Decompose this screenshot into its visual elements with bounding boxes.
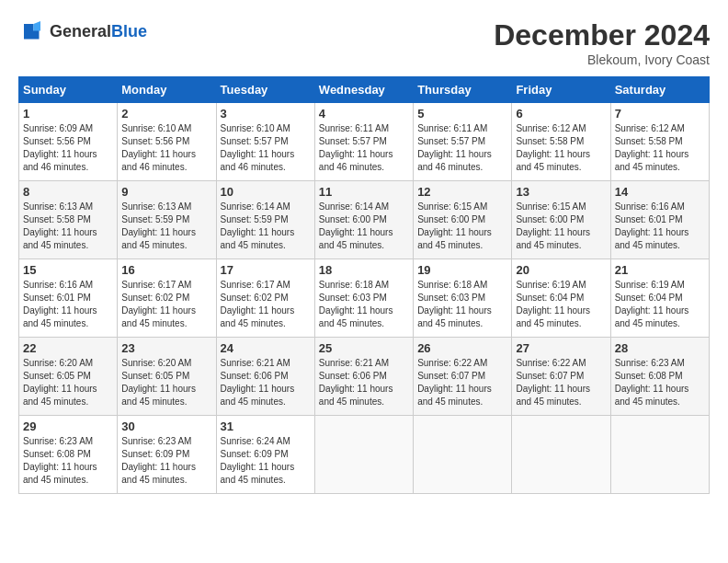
day-info: Sunrise: 6:23 AMSunset: 6:09 PMDaylight:… <box>121 436 196 485</box>
calendar-cell: 4 Sunrise: 6:11 AMSunset: 5:57 PMDayligh… <box>314 103 413 181</box>
day-number: 22 <box>23 341 113 355</box>
header-saturday: Saturday <box>610 77 709 103</box>
calendar-cell: 21 Sunrise: 6:19 AMSunset: 6:04 PMDaylig… <box>610 259 709 338</box>
calendar-week-row: 22 Sunrise: 6:20 AMSunset: 6:05 PMDaylig… <box>19 338 710 416</box>
day-info: Sunrise: 6:18 AMSunset: 6:03 PMDaylight:… <box>319 280 393 328</box>
calendar-week-row: 1 Sunrise: 6:09 AMSunset: 5:56 PMDayligh… <box>19 103 710 181</box>
day-info: Sunrise: 6:17 AMSunset: 6:02 PMDaylight:… <box>221 280 295 328</box>
day-number: 31 <box>221 419 311 433</box>
day-info: Sunrise: 6:15 AMSunset: 6:00 PMDaylight:… <box>516 201 590 250</box>
calendar-cell: 3 Sunrise: 6:10 AMSunset: 5:57 PMDayligh… <box>216 103 314 181</box>
day-number: 3 <box>221 107 311 121</box>
calendar-cell <box>314 416 413 494</box>
day-number: 26 <box>417 341 507 355</box>
calendar-cell: 30 Sunrise: 6:23 AMSunset: 6:09 PMDaylig… <box>118 416 216 494</box>
calendar-cell: 8 Sunrise: 6:13 AMSunset: 5:58 PMDayligh… <box>19 181 118 259</box>
day-info: Sunrise: 6:10 AMSunset: 5:56 PMDaylight:… <box>121 123 196 172</box>
header-friday: Friday <box>512 77 610 103</box>
calendar-week-row: 29 Sunrise: 6:23 AMSunset: 6:08 PMDaylig… <box>19 416 710 494</box>
page-header: GeneralBlue December 2024 Blekoum, Ivory… <box>18 18 710 67</box>
calendar-week-row: 15 Sunrise: 6:16 AMSunset: 6:01 PMDaylig… <box>19 259 710 338</box>
day-info: Sunrise: 6:18 AMSunset: 6:03 PMDaylight:… <box>417 280 492 328</box>
day-number: 29 <box>23 419 113 433</box>
day-number: 23 <box>121 341 211 355</box>
day-info: Sunrise: 6:20 AMSunset: 6:05 PMDaylight:… <box>121 358 196 407</box>
day-info: Sunrise: 6:16 AMSunset: 6:01 PMDaylight:… <box>23 280 97 328</box>
header-monday: Monday <box>118 77 216 103</box>
calendar-cell: 15 Sunrise: 6:16 AMSunset: 6:01 PMDaylig… <box>19 259 118 338</box>
calendar-cell: 5 Sunrise: 6:11 AMSunset: 5:57 PMDayligh… <box>414 103 512 181</box>
day-info: Sunrise: 6:13 AMSunset: 5:59 PMDaylight:… <box>121 201 196 250</box>
day-number: 14 <box>615 185 705 199</box>
day-info: Sunrise: 6:12 AMSunset: 5:58 PMDaylight:… <box>516 123 590 172</box>
header-tuesday: Tuesday <box>216 77 314 103</box>
day-info: Sunrise: 6:19 AMSunset: 6:04 PMDaylight:… <box>516 280 590 328</box>
calendar-cell: 22 Sunrise: 6:20 AMSunset: 6:05 PMDaylig… <box>19 338 118 416</box>
calendar-cell: 2 Sunrise: 6:10 AMSunset: 5:56 PMDayligh… <box>118 103 216 181</box>
day-info: Sunrise: 6:17 AMSunset: 6:02 PMDaylight:… <box>121 280 196 328</box>
calendar-cell <box>512 416 610 494</box>
day-number: 28 <box>615 341 705 355</box>
day-number: 17 <box>221 263 311 277</box>
day-info: Sunrise: 6:14 AMSunset: 6:00 PMDaylight:… <box>319 201 393 250</box>
day-number: 4 <box>319 107 409 121</box>
location-title: Blekoum, Ivory Coast <box>494 52 710 67</box>
calendar-cell: 28 Sunrise: 6:23 AMSunset: 6:08 PMDaylig… <box>610 338 709 416</box>
calendar-cell: 17 Sunrise: 6:17 AMSunset: 6:02 PMDaylig… <box>216 259 314 338</box>
day-number: 11 <box>319 185 409 199</box>
day-info: Sunrise: 6:11 AMSunset: 5:57 PMDaylight:… <box>319 123 393 172</box>
day-number: 6 <box>516 107 606 121</box>
calendar-cell: 1 Sunrise: 6:09 AMSunset: 5:56 PMDayligh… <box>19 103 118 181</box>
calendar-cell: 9 Sunrise: 6:13 AMSunset: 5:59 PMDayligh… <box>118 181 216 259</box>
calendar-cell <box>610 416 709 494</box>
day-number: 12 <box>417 185 507 199</box>
calendar-cell: 20 Sunrise: 6:19 AMSunset: 6:04 PMDaylig… <box>512 259 610 338</box>
day-info: Sunrise: 6:11 AMSunset: 5:57 PMDaylight:… <box>417 123 492 172</box>
calendar-cell: 24 Sunrise: 6:21 AMSunset: 6:06 PMDaylig… <box>216 338 314 416</box>
day-number: 25 <box>319 341 409 355</box>
day-number: 2 <box>121 107 211 121</box>
calendar-cell: 29 Sunrise: 6:23 AMSunset: 6:08 PMDaylig… <box>19 416 118 494</box>
calendar-cell: 19 Sunrise: 6:18 AMSunset: 6:03 PMDaylig… <box>414 259 512 338</box>
logo: GeneralBlue <box>18 18 147 46</box>
day-number: 30 <box>121 419 211 433</box>
logo-blue: Blue <box>111 22 147 40</box>
calendar-cell: 12 Sunrise: 6:15 AMSunset: 6:00 PMDaylig… <box>414 181 512 259</box>
calendar-cell: 31 Sunrise: 6:24 AMSunset: 6:09 PMDaylig… <box>216 416 314 494</box>
day-number: 27 <box>516 341 606 355</box>
day-info: Sunrise: 6:20 AMSunset: 6:05 PMDaylight:… <box>23 358 97 407</box>
day-number: 13 <box>516 185 606 199</box>
header-wednesday: Wednesday <box>314 77 413 103</box>
calendar-cell: 10 Sunrise: 6:14 AMSunset: 5:59 PMDaylig… <box>216 181 314 259</box>
day-number: 21 <box>615 263 705 277</box>
logo-icon <box>18 18 46 46</box>
day-info: Sunrise: 6:22 AMSunset: 6:07 PMDaylight:… <box>417 358 492 407</box>
month-title: December 2024 <box>494 18 710 52</box>
calendar-table: Sunday Monday Tuesday Wednesday Thursday… <box>18 76 710 494</box>
day-number: 10 <box>221 185 311 199</box>
day-number: 18 <box>319 263 409 277</box>
day-number: 24 <box>221 341 311 355</box>
header-sunday: Sunday <box>19 77 118 103</box>
day-info: Sunrise: 6:13 AMSunset: 5:58 PMDaylight:… <box>23 201 97 250</box>
day-info: Sunrise: 6:10 AMSunset: 5:57 PMDaylight:… <box>221 123 295 172</box>
day-info: Sunrise: 6:19 AMSunset: 6:04 PMDaylight:… <box>615 280 689 328</box>
calendar-cell: 25 Sunrise: 6:21 AMSunset: 6:06 PMDaylig… <box>314 338 413 416</box>
calendar-cell <box>414 416 512 494</box>
day-info: Sunrise: 6:12 AMSunset: 5:58 PMDaylight:… <box>615 123 689 172</box>
day-info: Sunrise: 6:21 AMSunset: 6:06 PMDaylight:… <box>221 358 295 407</box>
day-info: Sunrise: 6:23 AMSunset: 6:08 PMDaylight:… <box>23 436 97 485</box>
day-info: Sunrise: 6:22 AMSunset: 6:07 PMDaylight:… <box>516 358 590 407</box>
logo-text: GeneralBlue <box>50 23 147 41</box>
calendar-cell: 11 Sunrise: 6:14 AMSunset: 6:00 PMDaylig… <box>314 181 413 259</box>
calendar-cell: 14 Sunrise: 6:16 AMSunset: 6:01 PMDaylig… <box>610 181 709 259</box>
day-number: 20 <box>516 263 606 277</box>
calendar-cell: 27 Sunrise: 6:22 AMSunset: 6:07 PMDaylig… <box>512 338 610 416</box>
day-info: Sunrise: 6:15 AMSunset: 6:00 PMDaylight:… <box>417 201 492 250</box>
day-info: Sunrise: 6:24 AMSunset: 6:09 PMDaylight:… <box>221 436 295 485</box>
day-number: 1 <box>23 107 113 121</box>
day-number: 15 <box>23 263 113 277</box>
calendar-cell: 13 Sunrise: 6:15 AMSunset: 6:00 PMDaylig… <box>512 181 610 259</box>
calendar-cell: 18 Sunrise: 6:18 AMSunset: 6:03 PMDaylig… <box>314 259 413 338</box>
day-number: 7 <box>615 107 705 121</box>
